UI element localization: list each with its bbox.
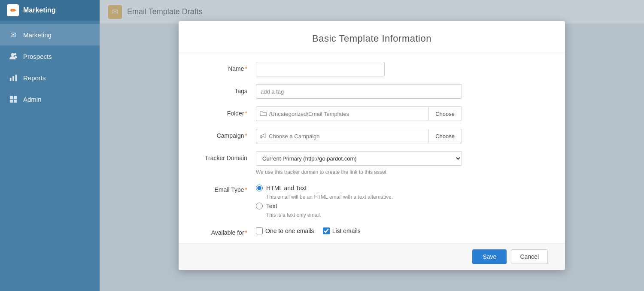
name-required: * (245, 65, 247, 72)
available-for-row: Available for* One to one emails List em… (196, 226, 548, 236)
tags-field (256, 84, 548, 99)
admin-icon (9, 94, 18, 104)
email-type-text-radio[interactable] (256, 203, 263, 209)
available-for-options: One to one emails List emails (256, 226, 548, 234)
email-type-html-label[interactable]: HTML and Text (266, 185, 307, 191)
folder-required: * (245, 110, 247, 117)
campaign-icon (260, 133, 266, 140)
modal-dialog: Basic Template Information Name* Tags (179, 21, 565, 270)
email-type-html-radio[interactable] (256, 185, 263, 191)
reports-icon (9, 73, 18, 82)
name-field (256, 62, 548, 76)
save-button[interactable]: Save (472, 249, 507, 264)
cancel-button[interactable]: Cancel (511, 249, 548, 264)
tracker-domain-field: Current Primary (http://go.pardot.com) W… (256, 151, 548, 175)
folder-input-group: /Uncategorized/Email Templates Choose (256, 106, 462, 121)
name-input[interactable] (256, 62, 385, 76)
svg-rect-6 (14, 96, 17, 99)
tracker-domain-row: Tracker Domain Current Primary (http://g… (196, 151, 548, 175)
campaign-required: * (245, 132, 247, 139)
list-emails-label[interactable]: List emails (332, 227, 361, 234)
modal-overlay: Basic Template Information Name* Tags (100, 0, 644, 291)
email-type-text-label[interactable]: Text (266, 203, 277, 209)
sidebar-logo-icon: ✏ (7, 4, 19, 16)
tracker-domain-select[interactable]: Current Primary (http://go.pardot.com) (256, 151, 462, 166)
sidebar-item-prospects[interactable]: Prospects (0, 45, 100, 67)
name-label: Name* (196, 62, 256, 72)
email-type-html-hint: This email will be an HTML email with a … (266, 194, 548, 200)
svg-point-1 (14, 53, 16, 55)
modal-header: Basic Template Information (179, 21, 565, 53)
sidebar-brand-label: Marketing (23, 6, 56, 14)
sidebar-item-prospects-label: Prospects (23, 53, 52, 60)
email-type-text-hint: This is a text only email. (266, 212, 548, 218)
folder-icon (260, 110, 267, 118)
sidebar-item-reports[interactable]: Reports (0, 67, 100, 88)
modal-footer: Save Cancel (179, 243, 565, 270)
main-content: ✉ Email Template Drafts Basic Template I… (100, 0, 644, 291)
one-to-one-checkbox-item: One to one emails (256, 227, 314, 234)
folder-display: /Uncategorized/Email Templates (256, 106, 428, 121)
available-for-label: Available for* (196, 226, 256, 236)
svg-rect-7 (10, 100, 13, 103)
campaign-input-group: Choose a Campaign Choose (256, 129, 462, 143)
folder-value: /Uncategorized/Email Templates (269, 111, 349, 117)
choose-campaign-button[interactable]: Choose (428, 129, 462, 143)
tags-row: Tags (196, 84, 548, 99)
email-type-label: Email Type* (196, 183, 256, 193)
choose-folder-button[interactable]: Choose (428, 106, 462, 121)
email-type-field: HTML and Text This email will be an HTML… (256, 183, 548, 218)
email-type-text-row: Text (256, 203, 548, 209)
tags-input[interactable] (256, 84, 462, 99)
email-type-options: HTML and Text This email will be an HTML… (256, 183, 548, 218)
prospects-icon (9, 52, 18, 61)
modal-body[interactable]: Name* Tags (179, 53, 565, 243)
list-emails-checkbox-item: List emails (323, 227, 361, 234)
campaign-row: Campaign* (196, 129, 548, 143)
campaign-label: Campaign* (196, 129, 256, 139)
tracker-domain-hint: We use this tracker domain to create the… (256, 169, 548, 175)
email-type-row: Email Type* HTML and Text This email wil… (196, 183, 548, 218)
folder-row: Folder* /Uncategorized/Email Templates (196, 106, 548, 121)
marketing-icon: ✉ (9, 30, 18, 39)
folder-label: Folder* (196, 106, 256, 117)
available-for-field: One to one emails List emails (256, 226, 548, 234)
svg-rect-3 (12, 76, 14, 81)
svg-rect-8 (14, 100, 17, 103)
one-to-one-checkbox[interactable] (256, 227, 263, 234)
svg-rect-5 (10, 96, 13, 99)
svg-rect-2 (10, 78, 12, 81)
sidebar-item-marketing[interactable]: ✉ Marketing (0, 24, 100, 45)
tracker-domain-label: Tracker Domain (196, 151, 256, 161)
one-to-one-label[interactable]: One to one emails (265, 227, 314, 234)
name-row: Name* (196, 62, 548, 76)
sidebar: ✏ Marketing ✉ Marketing Prospects (0, 0, 100, 291)
campaign-field: Choose a Campaign Choose (256, 129, 548, 143)
available-for-required: * (245, 229, 247, 236)
sidebar-item-admin[interactable]: Admin (0, 88, 100, 110)
tags-label: Tags (196, 84, 256, 94)
email-type-required: * (245, 186, 247, 193)
campaign-display: Choose a Campaign (256, 129, 428, 143)
campaign-placeholder: Choose a Campaign (269, 133, 320, 139)
sidebar-item-admin-label: Admin (23, 96, 42, 103)
svg-point-0 (11, 53, 14, 56)
email-type-html-row: HTML and Text (256, 185, 548, 191)
sidebar-header: ✏ Marketing (0, 0, 100, 21)
sidebar-nav: ✉ Marketing Prospects (0, 21, 100, 110)
sidebar-item-reports-label: Reports (23, 74, 46, 82)
sidebar-item-marketing-label: Marketing (23, 31, 52, 39)
folder-field: /Uncategorized/Email Templates Choose (256, 106, 548, 121)
svg-rect-4 (15, 75, 17, 81)
modal-title: Basic Template Information (196, 33, 548, 44)
list-emails-checkbox[interactable] (323, 227, 330, 234)
